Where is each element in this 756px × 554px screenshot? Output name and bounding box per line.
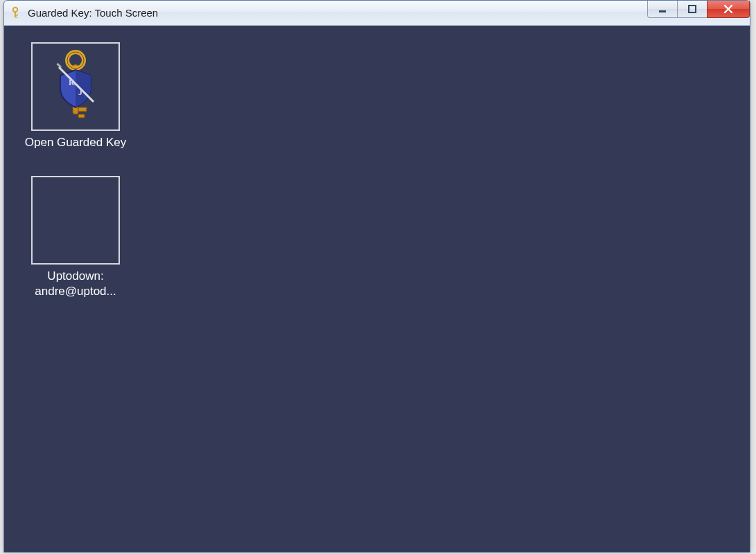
app-icon	[10, 6, 24, 20]
tile-label: Open Guarded Key	[24, 135, 128, 150]
svg-rect-10	[78, 114, 85, 118]
svg-text:J: J	[78, 87, 82, 97]
minimize-button[interactable]	[647, 1, 678, 18]
svg-rect-5	[689, 6, 696, 12]
tile-open-guarded-key[interactable]: R J Open Guarded Key	[24, 42, 128, 150]
svg-rect-1	[15, 11, 16, 17]
tile-label: Uptodown: andre@uptod...	[24, 269, 128, 298]
tile-icon-box: R J	[31, 42, 120, 131]
svg-rect-3	[16, 17, 17, 18]
svg-rect-2	[16, 15, 18, 16]
close-button[interactable]	[707, 1, 750, 18]
window-controls	[648, 1, 750, 25]
app-window: Guarded Key: Touch Screen	[3, 0, 750, 553]
tile-uptodown[interactable]: Uptodown: andre@uptod...	[24, 176, 128, 298]
tile-icon-box	[31, 176, 120, 265]
svg-rect-4	[659, 10, 666, 12]
client-area: R J Open Guarded Key Uptodown: andre@upt…	[4, 26, 750, 552]
titlebar[interactable]: Guarded Key: Touch Screen	[4, 1, 750, 26]
maximize-button[interactable]	[677, 1, 707, 18]
guarded-key-icon: R J	[45, 46, 106, 127]
svg-rect-9	[78, 107, 87, 111]
svg-text:R: R	[69, 78, 75, 87]
svg-point-0	[13, 7, 17, 11]
window-title: Guarded Key: Touch Screen	[28, 7, 648, 19]
